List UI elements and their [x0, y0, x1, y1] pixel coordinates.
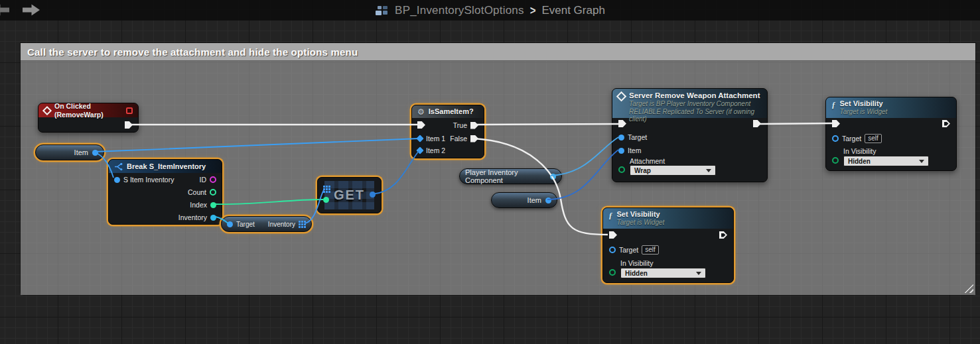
visibility-dropdown[interactable]: Hidden	[620, 268, 706, 278]
array-out-pin[interactable]	[299, 221, 306, 228]
target-in-pin[interactable]	[609, 247, 616, 253]
dropdown-value: Hidden	[848, 158, 871, 165]
on-clicked-event-node[interactable]: On Clicked (RemoveWarp)	[38, 103, 139, 133]
node-title: Break S_ItemInventory	[127, 162, 206, 171]
pin-label: Target	[842, 135, 861, 143]
bound-event-indicator-icon	[126, 107, 133, 114]
pin-label: In Visibility	[620, 259, 653, 267]
item-out-pin[interactable]	[545, 198, 551, 203]
inventory-out-pin[interactable]	[210, 215, 216, 221]
node-title: Set Visibility	[617, 210, 665, 219]
set-visibility-node-top[interactable]: ƒ Set Visibility Target is Widget Target…	[825, 97, 957, 171]
item-variable-node[interactable]: Item	[35, 144, 104, 160]
breadcrumb-graph[interactable]: Event Graph	[541, 4, 604, 17]
variable-label: Item	[74, 148, 88, 156]
pin-label: In Visibility	[843, 147, 876, 155]
pin-label: False	[450, 135, 467, 143]
true-exec-out-pin[interactable]	[470, 122, 478, 129]
visibility-dropdown[interactable]: Hidden	[843, 156, 929, 166]
index-in-pin[interactable]	[323, 197, 329, 203]
self-default-value: self	[642, 245, 659, 255]
graph-title-bar: BP_InventorySlotOptions > Event Graph	[0, 0, 980, 21]
blueprint-event-graph: Call the server to remove the attachment…	[0, 0, 980, 344]
exec-out-pin[interactable]	[125, 121, 133, 129]
self-default-value: self	[865, 134, 882, 143]
variable-label: Player Inventory Component	[465, 168, 546, 184]
dropdown-arrow-icon	[696, 272, 701, 275]
dropdown-arrow-icon	[706, 169, 711, 172]
macro-gear-icon: ⚙	[417, 109, 425, 115]
set-visibility-node-bottom[interactable]: ƒ Set Visibility Target is Widget Target…	[602, 207, 734, 283]
pin-label: Target	[619, 246, 638, 254]
item-out-pin[interactable]	[92, 150, 98, 156]
function-icon: ƒ	[608, 210, 613, 221]
target-label: Target	[236, 221, 255, 228]
id-out-pin[interactable]	[210, 176, 216, 183]
target-in-pin[interactable]	[618, 135, 624, 141]
target-in-pin[interactable]	[227, 221, 233, 227]
item2-in-pin[interactable]	[416, 146, 423, 154]
in-visibility-pin[interactable]	[609, 269, 616, 276]
breadcrumb-separator-icon: >	[530, 3, 536, 17]
pin-label: Count	[188, 188, 206, 196]
pin-label: Index	[190, 201, 207, 209]
dropdown-arrow-icon	[919, 160, 924, 163]
node-subtitle: Target is Widget	[617, 219, 665, 227]
exec-out-pin[interactable]	[719, 231, 727, 239]
pin-label: Attachment	[630, 157, 665, 165]
item-variable-node-2[interactable]: Item	[491, 192, 557, 208]
pin-label: Item 2	[426, 146, 445, 154]
node-title: IsSameItem?	[429, 107, 474, 116]
index-out-pin[interactable]	[210, 202, 216, 208]
false-exec-out-pin[interactable]	[470, 135, 478, 143]
inventory-variable-node[interactable]: Target Inventory	[221, 216, 312, 232]
exec-in-pin[interactable]	[832, 120, 840, 127]
node-subtitle: Target is BP Player Inventory Component	[629, 100, 762, 108]
component-out-pin[interactable]	[550, 174, 556, 180]
exec-in-pin[interactable]	[417, 121, 425, 129]
array-in-pin[interactable]	[323, 186, 330, 193]
item1-in-pin[interactable]	[416, 135, 423, 142]
pin-label: Target	[628, 133, 647, 141]
node-subtitle: Target is Widget	[840, 108, 888, 116]
break-struct-icon	[114, 163, 123, 170]
event-icon	[42, 105, 52, 115]
server-remove-weapon-attachment-node[interactable]: Server Remove Weapon Attachment Target i…	[612, 88, 768, 182]
node-title: Set Visibility	[840, 99, 888, 108]
item-in-pin[interactable]	[618, 148, 624, 154]
exec-in-pin[interactable]	[609, 231, 617, 239]
count-out-pin[interactable]	[210, 189, 216, 196]
comment-title[interactable]: Call the server to remove the attachment…	[21, 43, 975, 61]
break-struct-node[interactable]: Break S_ItemInventory S Item Inventory I…	[108, 159, 222, 225]
node-title: Server Remove Weapon Attachment	[629, 91, 762, 100]
pin-label: ID	[200, 176, 207, 184]
pin-label: True	[453, 121, 467, 129]
variable-label: Inventory	[268, 221, 295, 228]
attachment-dropdown[interactable]: Wrap	[630, 165, 716, 176]
element-out-pin[interactable]	[370, 192, 376, 198]
breadcrumb: BP_InventorySlotOptions > Event Graph	[0, 0, 980, 21]
attachment-in-pin[interactable]	[618, 166, 625, 173]
node-subtitle-2: RELIABLE Replicated To Server (if owning…	[629, 108, 762, 123]
is-same-item-node[interactable]: ⚙ IsSameItem? True Item 1 False Item 2	[411, 105, 484, 158]
pin-label: S Item Inventory	[123, 176, 174, 184]
in-visibility-pin[interactable]	[832, 157, 839, 164]
node-title: On Clicked (RemoveWarp)	[54, 102, 122, 119]
function-icon: ƒ	[831, 99, 836, 110]
pin-label: Item 1	[426, 135, 445, 143]
dropdown-value: Hidden	[625, 270, 648, 277]
blueprint-icon	[375, 5, 389, 16]
pin-label: Item	[628, 146, 641, 154]
breadcrumb-asset[interactable]: BP_InventorySlotOptions	[395, 4, 524, 17]
comment-resize-handle[interactable]	[964, 284, 973, 293]
player-inventory-component-variable-node[interactable]: Player Inventory Component	[459, 168, 562, 184]
dropdown-value: Wrap	[634, 167, 651, 174]
exec-in-pin[interactable]	[618, 120, 626, 127]
variable-label: Item	[527, 196, 541, 204]
exec-out-pin[interactable]	[942, 120, 950, 127]
event-icon	[616, 91, 627, 102]
struct-in-pin[interactable]	[114, 177, 120, 183]
array-get-node[interactable]: GET	[317, 177, 382, 213]
pin-label: Inventory	[178, 213, 207, 221]
target-in-pin[interactable]	[832, 135, 839, 142]
